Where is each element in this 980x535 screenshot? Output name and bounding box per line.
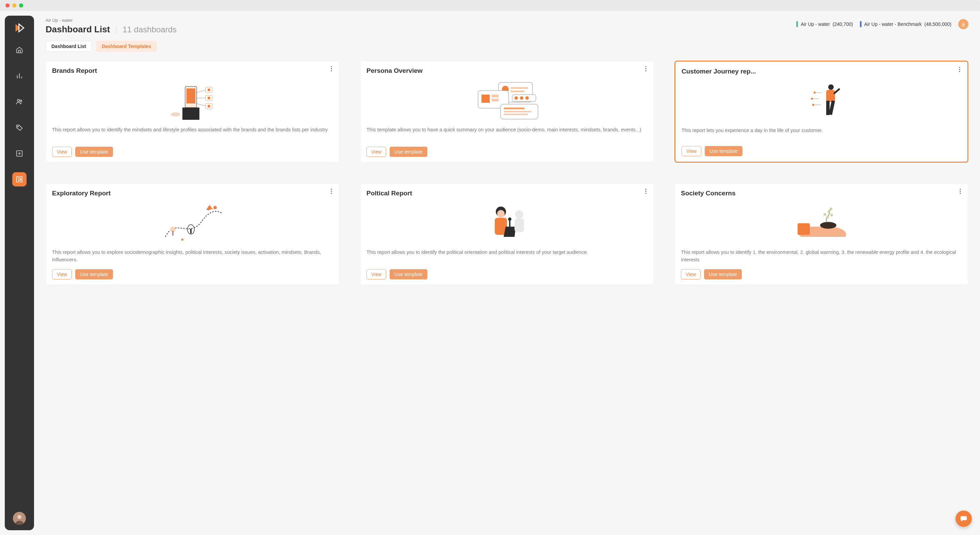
svg-point-54 — [331, 188, 332, 189]
svg-rect-71 — [514, 218, 524, 232]
card-title: Poltical Report — [366, 189, 648, 197]
legend-label: Air Up - water — [801, 21, 830, 27]
card-menu-button[interactable] — [956, 66, 963, 73]
use-template-button[interactable]: Use template — [705, 146, 742, 156]
card-description: This report lets you experience a day in… — [682, 127, 961, 141]
use-template-button[interactable]: Use template — [390, 269, 427, 279]
use-template-button[interactable]: Use template — [75, 146, 113, 157]
kebab-icon — [645, 66, 646, 72]
svg-point-52 — [812, 104, 814, 106]
card-menu-button[interactable] — [643, 66, 649, 72]
svg-rect-68 — [509, 220, 511, 227]
svg-point-41 — [959, 67, 960, 68]
svg-rect-28 — [511, 91, 524, 92]
use-template-button[interactable]: Use template — [75, 269, 113, 279]
use-template-button[interactable]: Use template — [390, 146, 427, 157]
svg-point-56 — [331, 193, 332, 194]
users-icon — [16, 98, 23, 105]
view-button[interactable]: View — [366, 146, 386, 157]
svg-rect-47 — [829, 100, 835, 115]
svg-rect-4 — [17, 177, 19, 182]
svg-point-70 — [515, 210, 523, 218]
svg-point-78 — [827, 210, 830, 213]
svg-point-35 — [520, 96, 523, 100]
traffic-light-zoom[interactable] — [19, 3, 23, 8]
legend-item-primary: Air Up - water (240,700) — [796, 21, 853, 27]
svg-rect-51 — [813, 98, 819, 99]
svg-rect-45 — [826, 90, 835, 102]
card-menu-button[interactable] — [328, 66, 334, 72]
card-title: Customer Journey rep... — [682, 68, 961, 75]
svg-point-20 — [208, 105, 210, 108]
sidebar-item-add[interactable] — [12, 146, 27, 161]
svg-rect-32 — [492, 99, 498, 102]
svg-point-8 — [18, 515, 21, 519]
legend-swatch-blue — [860, 21, 862, 27]
svg-point-63 — [645, 191, 646, 192]
card-description: This report allows you to identify the p… — [366, 249, 648, 264]
view-button[interactable]: View — [52, 146, 72, 157]
template-card-brands-report: Brands Report This rep — [46, 61, 340, 163]
svg-point-18 — [208, 97, 210, 99]
legend-count: (48,500,000) — [924, 21, 951, 27]
card-menu-button[interactable] — [328, 188, 334, 194]
tab-dashboard-list[interactable]: Dashboard List — [46, 41, 92, 52]
legend-item-benchmark: Air Up - water - Benchmark (48,500,000) — [860, 21, 951, 27]
view-button[interactable]: View — [682, 146, 701, 156]
card-illustration — [52, 201, 333, 245]
template-card-customer-journey: Customer Journey rep... This report lets… — [675, 61, 969, 163]
svg-point-22 — [645, 66, 646, 67]
card-title: Persona Overview — [366, 67, 648, 75]
svg-point-57 — [213, 206, 217, 209]
kebab-icon — [959, 188, 961, 194]
main-content: Air Up - water Dashboard List 11 dashboa… — [34, 11, 980, 535]
svg-rect-75 — [798, 223, 810, 235]
use-template-button[interactable]: Use template — [704, 269, 741, 279]
svg-point-36 — [525, 96, 529, 100]
traffic-light-close[interactable] — [5, 3, 10, 8]
chat-button[interactable] — [956, 511, 972, 527]
svg-point-79 — [830, 214, 833, 217]
sidebar-item-home[interactable] — [12, 43, 27, 57]
svg-point-64 — [645, 193, 646, 194]
view-button[interactable]: View — [366, 269, 386, 279]
page-title: Dashboard List — [46, 24, 110, 35]
svg-rect-39 — [504, 111, 531, 112]
download-button[interactable] — [958, 19, 969, 29]
tab-dashboard-templates[interactable]: Dashboard Templates — [96, 41, 157, 52]
card-menu-button[interactable] — [643, 188, 649, 194]
title-separator — [116, 25, 116, 34]
svg-rect-49 — [816, 92, 822, 93]
card-menu-button[interactable] — [957, 188, 963, 194]
tag-icon — [16, 124, 23, 131]
svg-point-21 — [171, 112, 180, 116]
svg-rect-59 — [172, 231, 173, 236]
svg-point-44 — [828, 84, 834, 90]
svg-point-66 — [497, 210, 504, 218]
svg-point-61 — [181, 239, 183, 240]
chat-icon — [960, 515, 967, 522]
svg-point-43 — [959, 71, 960, 72]
traffic-light-minimize[interactable] — [12, 3, 16, 8]
legend-swatch-green — [796, 21, 798, 27]
user-avatar[interactable] — [13, 512, 26, 525]
window-chrome — [0, 0, 980, 11]
sidebar-item-audience[interactable] — [12, 95, 27, 109]
card-description: This report allows you to identify the m… — [52, 126, 333, 142]
svg-rect-38 — [504, 108, 524, 109]
card-description: This report allows you to identify 1. th… — [681, 249, 962, 264]
tab-bar: Dashboard List Dashboard Templates — [46, 41, 969, 52]
sidebar-item-analytics[interactable] — [12, 69, 27, 83]
view-button[interactable]: View — [681, 269, 701, 279]
svg-point-2 — [18, 126, 19, 127]
svg-point-80 — [826, 216, 829, 218]
breadcrumb: Air Up - water — [46, 18, 177, 23]
svg-point-10 — [331, 68, 332, 69]
sidebar-item-tags[interactable] — [12, 121, 27, 135]
view-button[interactable]: View — [52, 269, 72, 279]
svg-point-34 — [514, 96, 518, 100]
svg-point-16 — [208, 89, 210, 91]
sidebar-item-dashboard[interactable] — [12, 172, 27, 186]
card-description: This report allows you to explore sociod… — [52, 249, 333, 264]
svg-rect-60 — [190, 229, 192, 234]
